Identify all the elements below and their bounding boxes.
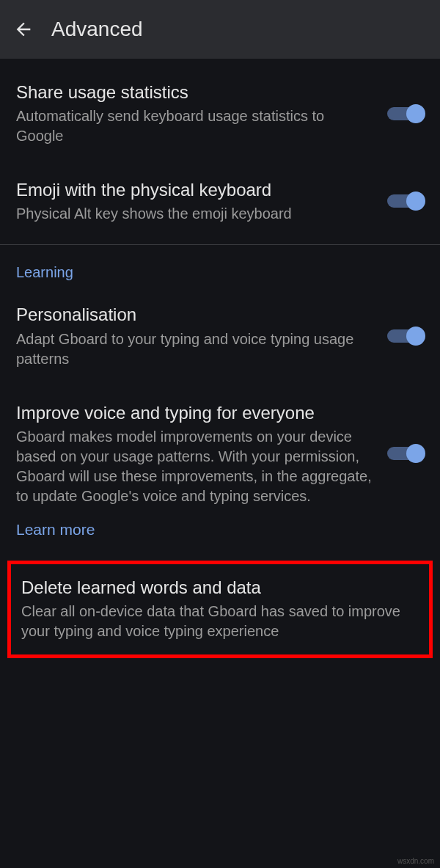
setting-desc: Physical Alt key shows the emoji keyboar…: [16, 204, 375, 224]
settings-list: Share usage statistics Automatically sen…: [0, 59, 440, 658]
setting-desc: Adapt Gboard to your typing and voice ty…: [16, 329, 375, 369]
setting-title: Improve voice and typing for everyone: [16, 401, 375, 424]
setting-title: Share usage statistics: [16, 81, 375, 103]
setting-title: Personalisation: [16, 303, 375, 326]
setting-desc: Clear all on-device data that Gboard has…: [21, 602, 419, 641]
section-header-learning: Learning: [0, 249, 440, 287]
page-title: Advanced: [51, 18, 143, 41]
setting-desc: Automatically send keyboard usage statis…: [16, 106, 375, 146]
watermark: wsxdn.com: [397, 857, 434, 865]
back-arrow-icon[interactable]: [13, 19, 34, 40]
setting-text: Improve voice and typing for everyone Gb…: [16, 401, 375, 506]
app-header: Advanced: [0, 0, 440, 59]
setting-text: Emoji with the physical keyboard Physica…: [16, 178, 375, 224]
improve-voice-typing-row[interactable]: Improve voice and typing for everyone Gb…: [0, 385, 440, 511]
setting-text: Personalisation Adapt Gboard to your typ…: [16, 303, 375, 368]
personalisation-row[interactable]: Personalisation Adapt Gboard to your typ…: [0, 287, 440, 384]
emoji-physical-keyboard-row[interactable]: Emoji with the physical keyboard Physica…: [0, 162, 440, 240]
delete-learned-words-row[interactable]: Delete learned words and data Clear all …: [7, 561, 433, 658]
emoji-keyboard-toggle[interactable]: [387, 193, 424, 209]
share-usage-statistics-row[interactable]: Share usage statistics Automatically sen…: [0, 65, 440, 162]
divider: [0, 244, 440, 245]
improve-voice-toggle[interactable]: [387, 445, 424, 462]
setting-title: Emoji with the physical keyboard: [16, 178, 375, 201]
learn-more-link[interactable]: Learn more: [0, 511, 440, 556]
share-usage-toggle[interactable]: [387, 106, 424, 122]
setting-text: Share usage statistics Automatically sen…: [16, 81, 375, 146]
setting-title: Delete learned words and data: [21, 576, 419, 599]
setting-desc: Gboard makes model improvements on your …: [16, 427, 375, 506]
personalisation-toggle[interactable]: [387, 328, 424, 344]
